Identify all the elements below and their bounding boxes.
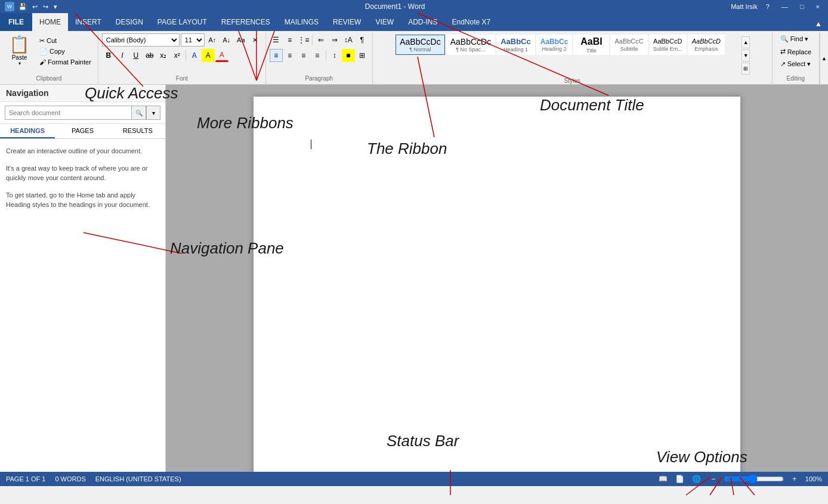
subscript-button[interactable]: x₂ <box>157 49 170 62</box>
align-left-btn[interactable]: ≡ <box>270 49 283 62</box>
style-heading2[interactable]: AaBbCc Heading 2 <box>536 35 573 55</box>
paste-button[interactable]: 📋 Paste ▾ <box>4 33 35 69</box>
save-btn[interactable]: 💾 <box>17 2 29 11</box>
undo-btn[interactable]: ↩ <box>30 2 39 11</box>
zoom-slider[interactable] <box>724 475 784 483</box>
style-no-spacing[interactable]: AaBbCcDc ¶ No Spac... <box>446 35 495 55</box>
nav-content-p2: It's a great way to keep track of where … <box>6 163 159 183</box>
tab-references[interactable]: REFERENCES <box>214 13 277 31</box>
strikethrough-button[interactable]: ab <box>143 49 156 62</box>
numbering-btn[interactable]: ≡ <box>283 33 296 47</box>
clear-format-btn[interactable]: ✕ <box>249 33 262 47</box>
style-heading1[interactable]: AaBbCc Heading 1 <box>496 35 535 55</box>
style-normal-preview: AaBbCcDc <box>400 37 440 47</box>
help-btn[interactable]: ? <box>762 3 773 10</box>
style-heading1-preview: AaBbCc <box>500 37 531 47</box>
find-button[interactable]: 🔍 Find ▾ <box>776 33 812 45</box>
bullets-btn[interactable]: ☰ <box>270 33 283 47</box>
quick-access-toolbar: 💾 ↩ ↪ ▾ <box>17 2 59 11</box>
format-painter-button[interactable]: 🖌 Format Painter <box>36 57 94 67</box>
tab-home[interactable]: HOME <box>32 13 68 31</box>
replace-icon: ⇄ <box>780 48 786 55</box>
multilevel-btn[interactable]: ⋮≡ <box>297 33 310 47</box>
decrease-font-btn[interactable]: A↓ <box>220 33 233 47</box>
change-case-btn[interactable]: Aa <box>234 33 248 47</box>
print-layout-btn[interactable]: 📄 <box>674 473 686 485</box>
document-area[interactable] <box>166 85 828 472</box>
word-count: 0 WORDS <box>55 475 85 483</box>
zoom-in-btn[interactable]: + <box>789 473 801 485</box>
styles-scroll-up[interactable]: ▲ <box>742 36 750 48</box>
style-normal[interactable]: AaBbCcDc ¶ Normal <box>396 35 444 55</box>
search-dropdown-btn[interactable]: ▾ <box>146 106 160 120</box>
ribbon: 📋 Paste ▾ ✂ Cut 📄 Copy 🖌 Format Painter … <box>0 31 828 85</box>
customize-btn[interactable]: ▾ <box>52 2 59 11</box>
zoom-out-btn[interactable]: − <box>707 473 719 485</box>
font-color-btn[interactable]: A <box>215 49 228 62</box>
style-emphasis[interactable]: AaBbCcD Emphasis <box>688 35 725 55</box>
read-mode-btn[interactable]: 📖 <box>657 473 669 485</box>
font-content: Calibri (Body) 11 A↑ A↓ Aa ✕ B I U ab x₂… <box>102 33 262 75</box>
style-title[interactable]: AaBI Title <box>573 35 609 55</box>
nav-content-p1: Create an interactive outline of your do… <box>6 146 159 156</box>
copy-button[interactable]: 📄 Copy <box>36 47 94 57</box>
tab-insert[interactable]: INSERT <box>68 13 109 31</box>
replace-button[interactable]: ⇄ Replace <box>776 46 815 57</box>
nav-content-p3: To get started, go to the Home tab and a… <box>6 190 159 210</box>
increase-indent-btn[interactable]: ⇒ <box>328 33 341 47</box>
nav-tab-results[interactable]: RESULTS <box>110 124 165 138</box>
style-subtitle[interactable]: AaBbCcC Subtitle <box>610 35 647 55</box>
tab-page-layout[interactable]: PAGE LAYOUT <box>150 13 214 31</box>
find-icon: 🔍 <box>780 35 789 43</box>
tab-endnote[interactable]: EndNote X7 <box>444 13 498 31</box>
paste-dropdown-icon: ▾ <box>18 61 21 66</box>
style-emphasis-preview: AaBbCcD <box>692 38 721 45</box>
search-input[interactable] <box>5 106 132 120</box>
increase-font-btn[interactable]: A↑ <box>206 33 219 47</box>
editing-group: 🔍 Find ▾ ⇄ Replace ↗ Select ▾ Editing <box>773 32 820 84</box>
line-spacing-btn[interactable]: ↕ <box>328 49 341 62</box>
highlight-btn[interactable]: A <box>202 49 215 62</box>
nav-tab-headings[interactable]: HEADINGS <box>0 124 55 138</box>
text-effect-btn[interactable]: A <box>188 49 201 62</box>
redo-btn[interactable]: ↪ <box>41 2 50 11</box>
text-cursor <box>311 140 311 149</box>
bold-button[interactable]: B <box>102 49 115 62</box>
font-name-select[interactable]: Calibri (Body) <box>102 33 180 47</box>
tab-file[interactable]: FILE <box>0 13 32 31</box>
show-marks-btn[interactable]: ¶ <box>356 33 369 47</box>
paragraph-content: ☰ ≡ ⋮≡ ⇐ ⇒ ↕A ¶ ≡ ≡ ≡ ≡ ↕ ■ ⊞ <box>270 33 369 75</box>
italic-button[interactable]: I <box>116 49 129 62</box>
superscript-button[interactable]: x² <box>171 49 184 62</box>
shading-btn[interactable]: ■ <box>342 49 355 62</box>
web-layout-btn[interactable]: 🌐 <box>691 473 703 485</box>
nav-content: Create an interactive outline of your do… <box>0 139 165 224</box>
minimize-btn[interactable]: — <box>778 3 792 10</box>
styles-more[interactable]: ⊞ <box>742 63 750 75</box>
tab-mailings[interactable]: MAILINGS <box>277 13 326 31</box>
tab-design[interactable]: DESIGN <box>109 13 150 31</box>
tab-review[interactable]: REVIEW <box>326 13 368 31</box>
tab-addins[interactable]: ADD-INS <box>401 13 444 31</box>
underline-button[interactable]: U <box>129 49 143 62</box>
borders-btn[interactable]: ⊞ <box>356 49 369 62</box>
collapse-ribbon-arrow[interactable]: ▲ <box>820 32 828 84</box>
sort-btn[interactable]: ↕A <box>342 33 355 47</box>
restore-btn[interactable]: □ <box>796 3 808 10</box>
align-center-btn[interactable]: ≡ <box>283 49 296 62</box>
collapse-ribbon-btn[interactable]: ▲ <box>809 17 828 31</box>
ribbon-tabs: FILE HOME INSERT DESIGN PAGE LAYOUT REFE… <box>0 13 828 31</box>
decrease-indent-btn[interactable]: ⇐ <box>314 33 328 47</box>
font-size-select[interactable]: 11 <box>181 33 205 47</box>
justify-btn[interactable]: ≡ <box>311 49 324 62</box>
search-button[interactable]: 🔍 <box>132 106 146 120</box>
cut-button[interactable]: ✂ Cut <box>36 36 94 46</box>
document-page[interactable] <box>254 97 740 472</box>
align-right-btn[interactable]: ≡ <box>297 49 310 62</box>
select-button[interactable]: ↗ Select ▾ <box>776 58 815 70</box>
style-subtle-em[interactable]: AaBbCcD Subtle Em... <box>649 35 687 55</box>
nav-tab-pages[interactable]: PAGES <box>55 124 110 138</box>
tab-view[interactable]: VIEW <box>368 13 401 31</box>
close-btn[interactable]: × <box>812 3 823 10</box>
styles-scroll-down[interactable]: ▼ <box>742 50 750 61</box>
